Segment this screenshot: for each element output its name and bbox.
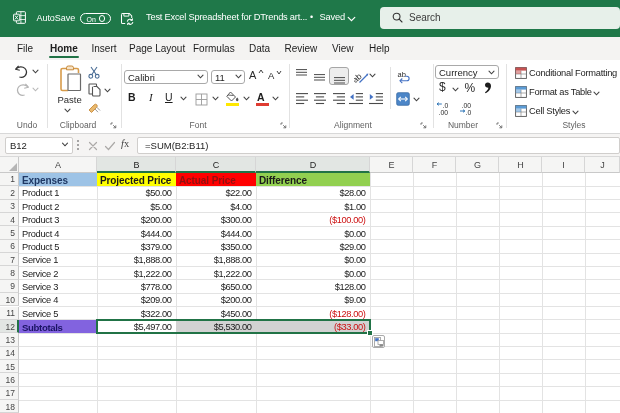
svg-text:.00: .00 [439, 108, 449, 115]
svg-text:.0: .0 [443, 101, 449, 108]
svg-text:.0: .0 [466, 108, 472, 115]
svg-text:.00: .00 [462, 101, 472, 108]
svg-text:ab: ab [354, 70, 364, 83]
svg-text:ab: ab [398, 70, 406, 79]
